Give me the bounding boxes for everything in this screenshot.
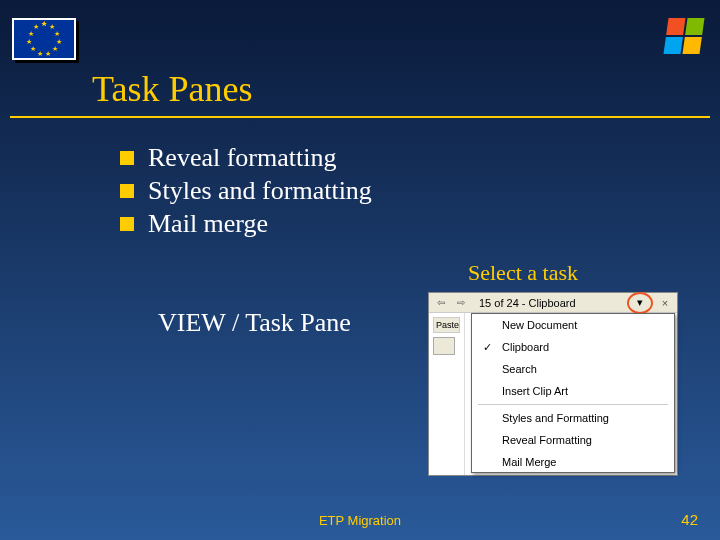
menu-item-styles-formatting[interactable]: Styles and Formatting <box>472 407 674 429</box>
taskpane-dropdown-button[interactable]: ▾ <box>632 295 648 311</box>
bullet-text: Reveal formatting <box>148 143 336 173</box>
menu-separator <box>478 404 668 405</box>
bullet-icon <box>120 151 134 165</box>
taskpane-title: 15 of 24 - Clipboard <box>473 297 623 309</box>
menu-item-label: New Document <box>502 319 577 331</box>
clear-all-button[interactable] <box>433 337 455 355</box>
bullet-list: Reveal formatting Styles and formatting … <box>120 140 372 242</box>
bullet-icon <box>120 217 134 231</box>
eu-flag-icon: ★★ ★★ ★★ ★★ ★★ ★★ <box>12 18 76 60</box>
nav-forward-button[interactable]: ⇨ <box>453 295 469 311</box>
menu-item-reveal-formatting[interactable]: Reveal Formatting <box>472 429 674 451</box>
menu-item-label: Mail Merge <box>502 456 556 468</box>
paste-all-button[interactable]: Paste <box>433 317 460 333</box>
view-taskpane-label: VIEW / Task Pane <box>158 308 351 338</box>
page-number: 42 <box>681 511 698 528</box>
bullet-icon <box>120 184 134 198</box>
menu-item-mail-merge[interactable]: Mail Merge <box>472 451 674 473</box>
list-item: Reveal formatting <box>120 143 372 173</box>
taskpane-dropdown-menu: New Document ✓ Clipboard Search Insert C… <box>471 313 675 473</box>
eu-stars-icon: ★★ ★★ ★★ ★★ ★★ ★★ <box>28 23 60 55</box>
title-underline <box>10 116 710 118</box>
menu-item-label: Styles and Formatting <box>502 412 609 424</box>
select-task-caption: Select a task <box>468 260 578 286</box>
check-icon: ✓ <box>478 341 496 354</box>
taskpane-header: ⇦ ⇨ 15 of 24 - Clipboard ▾ × <box>429 293 677 313</box>
close-button[interactable]: × <box>657 295 673 311</box>
list-item: Mail merge <box>120 209 372 239</box>
menu-item-label: Reveal Formatting <box>502 434 592 446</box>
menu-item-new-document[interactable]: New Document <box>472 314 674 336</box>
menu-item-label: Insert Clip Art <box>502 385 568 397</box>
list-item: Styles and formatting <box>120 176 372 206</box>
nav-back-button[interactable]: ⇦ <box>433 295 449 311</box>
clipboard-sidebar: Paste <box>429 313 465 475</box>
menu-item-label: Clipboard <box>502 341 549 353</box>
menu-item-search[interactable]: Search <box>472 358 674 380</box>
bullet-text: Styles and formatting <box>148 176 372 206</box>
highlight-circle-icon: ▾ <box>627 292 653 314</box>
taskpane-screenshot: ⇦ ⇨ 15 of 24 - Clipboard ▾ × Paste New D… <box>428 292 678 476</box>
footer-title: ETP Migration <box>319 513 401 528</box>
page-title: Task Panes <box>92 68 252 110</box>
menu-item-insert-clip-art[interactable]: Insert Clip Art <box>472 380 674 402</box>
bullet-text: Mail merge <box>148 209 268 239</box>
menu-item-clipboard[interactable]: ✓ Clipboard <box>472 336 674 358</box>
menu-item-label: Search <box>502 363 537 375</box>
windows-logo-icon <box>663 18 704 54</box>
